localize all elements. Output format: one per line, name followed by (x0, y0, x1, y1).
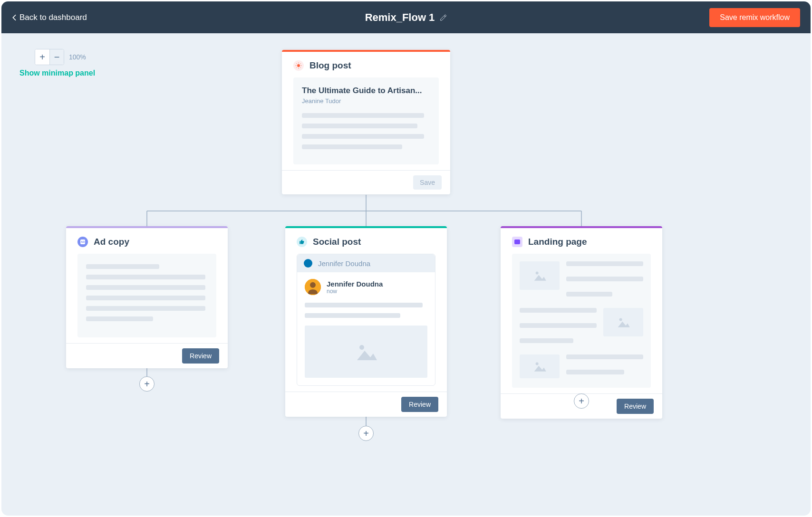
show-minimap-link[interactable]: Show minimap panel (19, 69, 95, 77)
blog-icon (293, 60, 304, 71)
top-bar: Back to dashboard Remix_Flow 1 Save remi… (1, 1, 811, 33)
social-preview: Jennifer Doudna Jennifer Doudna now (297, 254, 435, 386)
svg-point-21 (536, 272, 539, 275)
blog-post-author: Jeanine Tudor (302, 97, 430, 105)
svg-marker-20 (357, 351, 377, 360)
card-title: Social post (313, 237, 361, 247)
svg-marker-24 (618, 322, 630, 327)
add-node-button[interactable]: + (574, 393, 589, 409)
card-title: Landing page (528, 237, 587, 247)
svg-line-14 (300, 67, 301, 68)
thumbs-up-icon (297, 237, 307, 247)
ad-preview (77, 254, 216, 337)
avatar (305, 279, 321, 295)
blog-post-title: The Ultimate Guide to Artisan... (302, 86, 430, 96)
ad-review-button[interactable]: Review (182, 348, 219, 364)
svg-point-23 (619, 318, 622, 321)
ad-icon: AD (77, 237, 88, 247)
landing-review-button[interactable]: Review (617, 399, 654, 414)
svg-marker-22 (534, 275, 546, 281)
card-title: Ad copy (94, 237, 129, 247)
save-workflow-button[interactable]: Save remix workflow (709, 8, 800, 27)
social-timestamp: now (327, 288, 383, 295)
landing-page-icon (512, 237, 522, 247)
social-username: Jennifer Doudna (327, 280, 383, 288)
svg-point-25 (536, 363, 539, 365)
workflow-title: Remix_Flow 1 (365, 11, 435, 24)
blog-preview: The Ultimate Guide to Artisan... Jeanine… (293, 77, 439, 164)
zoom-out-button[interactable]: − (49, 49, 64, 65)
svg-point-8 (297, 64, 300, 67)
landing-preview (512, 254, 651, 388)
linkedin-icon (304, 259, 312, 268)
blog-save-button[interactable]: Save (413, 175, 442, 190)
back-label: Back to dashboard (19, 13, 87, 22)
add-node-button[interactable]: + (139, 376, 155, 392)
add-node-button[interactable]: + (358, 426, 374, 441)
workflow-title-wrap: Remix_Flow 1 (365, 11, 447, 24)
blog-post-card[interactable]: Blog post The Ultimate Guide to Artisan.… (282, 50, 450, 194)
chevron-left-icon (12, 14, 17, 21)
card-title: Blog post (309, 60, 351, 71)
svg-point-19 (359, 345, 364, 350)
svg-line-16 (300, 63, 301, 64)
workflow-canvas[interactable]: + − 100% Show minimap panel Blog post Th… (1, 33, 811, 516)
zoom-controls: + − 100% (35, 49, 86, 65)
zoom-level: 100% (69, 53, 86, 61)
landing-page-card[interactable]: Landing page (501, 226, 662, 419)
svg-point-18 (310, 282, 316, 288)
social-post-card[interactable]: Social post Jennifer Doudna Jennifer Dou… (285, 226, 447, 417)
zoom-in-button[interactable]: + (35, 49, 49, 65)
back-to-dashboard-link[interactable]: Back to dashboard (12, 13, 87, 22)
social-review-button[interactable]: Review (401, 397, 438, 412)
edit-icon[interactable] (439, 14, 447, 21)
svg-line-13 (296, 63, 297, 64)
social-account: Jennifer Doudna (318, 259, 370, 268)
svg-line-15 (296, 67, 297, 68)
ad-copy-card[interactable]: AD Ad copy Review (66, 226, 228, 368)
svg-marker-26 (534, 366, 546, 372)
image-placeholder (305, 326, 427, 378)
